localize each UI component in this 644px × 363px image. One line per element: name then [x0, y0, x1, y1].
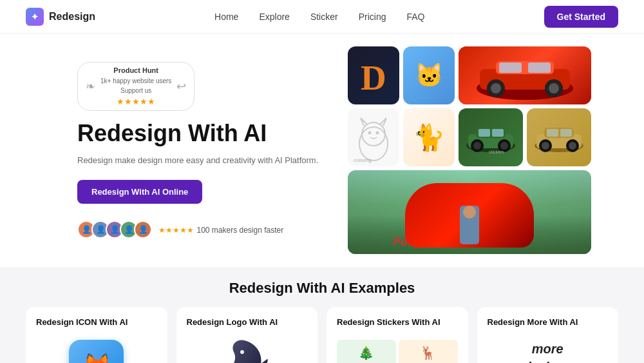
hero-left: ❧ Product Hunt 1k+ happy website users S…: [77, 62, 322, 239]
brand-icon: ✦: [26, 8, 44, 26]
svg-point-32: [542, 142, 549, 150]
img-classic-car-green: stickers: [459, 108, 523, 166]
img-poster: Poster: [348, 170, 591, 254]
svg-text:stickers: stickers: [489, 150, 504, 153]
logo-card[interactable]: Redesign Logo With AI: [176, 307, 318, 363]
dolphin-svg: [221, 338, 272, 363]
get-started-button[interactable]: Get Started: [544, 6, 618, 28]
svg-point-22: [473, 142, 481, 150]
hero-title: Redesign With AI: [77, 120, 322, 146]
logo-card-title: Redesign Logo With AI: [187, 317, 278, 327]
navbar: ✦ Redesign Home Explore Sticker Pricing …: [0, 0, 644, 34]
proof-text: 100 makers design faster: [196, 226, 283, 235]
social-proof: 👤 👤 👤 👤 👤 ★★★★★ 100 makers design faster: [77, 221, 322, 239]
ph-support: Support us: [100, 86, 171, 95]
icon-card-title: Redesign ICON With AI: [36, 317, 128, 327]
hero-cta-button[interactable]: Redesign With AI Online: [77, 180, 202, 204]
img-red-car: [459, 46, 591, 104]
ph-text: Product Hunt 1k+ happy website users Sup…: [100, 65, 171, 108]
img-cat-drawing: coloring pages: [348, 108, 399, 166]
sticker-card[interactable]: Redesign Stickers With AI 🎄 🦌 🎅 ⛄: [327, 307, 468, 363]
svg-point-13: [376, 132, 379, 135]
more-designs-text: moredesignscoming: [518, 335, 577, 363]
examples-section: Redesign With AI Examples Redesign ICON …: [0, 267, 644, 363]
svg-text:coloring: coloring: [354, 157, 372, 163]
nav-faq[interactable]: FAQ: [406, 12, 424, 22]
svg-point-34: [569, 142, 576, 150]
svg-point-36: [240, 350, 244, 354]
icon-card-image: 🦊: [36, 335, 157, 363]
more-card[interactable]: Redesign More With AI moredesignscoming: [477, 307, 619, 363]
hero-section: ❧ Product Hunt 1k+ happy website users S…: [0, 34, 644, 267]
laurel-left-icon: ❧: [86, 79, 95, 93]
svg-rect-19: [478, 129, 490, 137]
more-card-title: Redesign More With AI: [488, 317, 578, 327]
img-orange-cat: 🐈: [403, 108, 455, 166]
svg-rect-4: [499, 63, 522, 73]
svg-rect-29: [547, 129, 558, 137]
brand-name: Redesign: [49, 11, 95, 23]
img-cat-icon: 🐱: [403, 46, 455, 104]
svg-rect-20: [492, 129, 504, 137]
nav-pricing[interactable]: Pricing: [359, 12, 386, 22]
proof-info: ★★★★★ 100 makers design faster: [158, 224, 283, 235]
svg-point-24: [500, 142, 508, 150]
svg-point-11: [362, 123, 385, 146]
svg-point-12: [368, 132, 372, 135]
examples-title: Redesign With AI Examples: [26, 280, 618, 297]
ph-stars: ★★★★★: [100, 95, 171, 108]
more-card-image: moredesignscoming: [488, 335, 609, 363]
img-classic-car-gold: [527, 108, 591, 166]
svg-rect-5: [528, 63, 551, 73]
svg-text:D: D: [361, 58, 386, 95]
hero-image-grid: D 🐱: [348, 46, 586, 254]
sticker-card-title: Redesign Stickers With AI: [337, 317, 440, 327]
sticker-2: 🦌: [399, 340, 458, 363]
svg-point-10: [359, 127, 388, 161]
nav-explore[interactable]: Explore: [259, 12, 289, 22]
icon-card[interactable]: Redesign ICON With AI 🦊: [26, 307, 167, 363]
examples-grid: Redesign ICON With AI 🦊 Redesign Logo Wi…: [26, 307, 618, 363]
sticker-1: 🎄: [337, 340, 396, 363]
brand[interactable]: ✦ Redesign: [26, 8, 95, 26]
avatars: 👤 👤 👤 👤 👤: [77, 221, 152, 239]
svg-rect-30: [560, 129, 572, 137]
sticker-card-image: 🎄 🦌 🎅 ⛄: [337, 335, 458, 363]
nav-links: Home Explore Sticker Pricing FAQ: [214, 11, 424, 23]
hero-subtitle: Redesign make design more easy and creat…: [77, 154, 322, 167]
avatar-5: 👤: [134, 221, 152, 239]
svg-point-9: [549, 83, 559, 93]
nav-home[interactable]: Home: [214, 12, 238, 22]
ph-platform: Product Hunt: [100, 65, 171, 76]
logo-card-image: [187, 335, 308, 363]
product-hunt-badge[interactable]: ❧ Product Hunt 1k+ happy website users S…: [77, 62, 194, 111]
img-d-logo: D: [348, 46, 399, 104]
nav-sticker[interactable]: Sticker: [310, 12, 338, 22]
svg-point-7: [491, 83, 501, 93]
proof-stars: ★★★★★: [158, 226, 194, 235]
ph-users: 1k+ happy website users: [100, 76, 171, 86]
sticker-grid: 🎄 🦌 🎅 ⛄: [337, 340, 458, 363]
laurel-right-icon: ↩: [176, 79, 186, 93]
